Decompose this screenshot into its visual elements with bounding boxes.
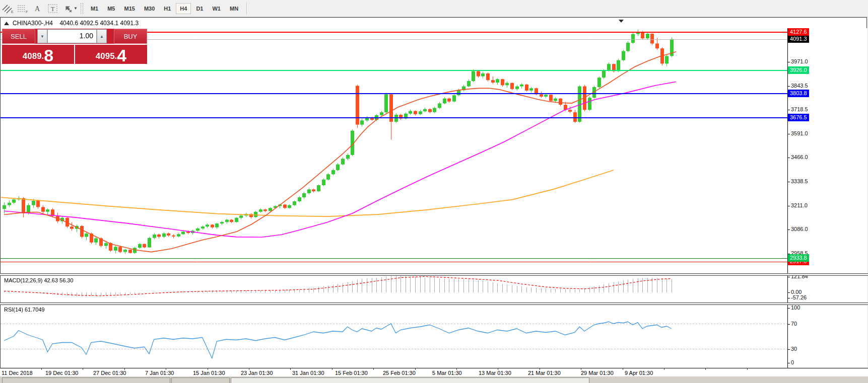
level-price-badge: 3803.8 <box>788 90 809 97</box>
current-price-badge: 4091.3 <box>788 35 809 43</box>
price-tick-label: 3843.5 <box>791 83 808 89</box>
buy-price-big-digit: 4 <box>117 48 126 63</box>
time-tick <box>705 368 706 370</box>
time-tick-label: 19 Dec 01:30 <box>45 370 78 376</box>
timeframe-h1[interactable]: H1 <box>160 3 175 14</box>
volume-increase-button[interactable]: ▲ <box>97 29 107 43</box>
rsi-axis-label: 100 <box>791 304 800 311</box>
time-tick-label: 21 Mar 01:30 <box>528 370 561 376</box>
time-axis: 11 Dec 201819 Dec 01:3027 Dec 01:307 Jan… <box>0 368 868 376</box>
time-tick-label: 9 Apr 01:30 <box>625 370 653 376</box>
svg-text:A: A <box>35 5 40 13</box>
time-tick-label: 31 Jan 01:30 <box>292 370 324 376</box>
time-tick <box>208 368 208 370</box>
time-tick <box>498 368 498 370</box>
time-tick <box>747 368 748 370</box>
panel-spacer <box>107 29 114 44</box>
time-tick-label: 11 Dec 2018 <box>2 370 33 376</box>
timeframe-w1[interactable]: W1 <box>208 3 225 14</box>
text-tool-icon[interactable]: A <box>30 2 45 15</box>
price-tick-label: 3466.0 <box>791 154 808 160</box>
trade-panel-top-row: SELL ▼ 1.00 ▲ BUY <box>2 29 147 44</box>
level-price-badge: 3926.0 <box>788 66 809 74</box>
time-tick-label: 29 Mar 01:30 <box>581 370 614 376</box>
time-tick <box>83 368 83 370</box>
timeframe-h4[interactable]: H4 <box>176 3 191 14</box>
timeframe-m1[interactable]: M1 <box>87 3 102 14</box>
sell-price-big-digit: 8 <box>44 48 53 63</box>
buy-price[interactable]: 4095.4 <box>75 45 147 64</box>
svg-text:T: T <box>51 6 55 13</box>
time-tick-label: 25 Feb 01:30 <box>383 370 416 376</box>
time-tick <box>664 368 664 370</box>
trendlines-tool-icon[interactable]: E <box>0 2 15 15</box>
rsi-label: RSI(14) 61.7049 <box>4 307 45 313</box>
one-click-trade-panel: SELL ▼ 1.00 ▲ BUY 4089.8 4095.4 <box>2 29 147 64</box>
sell-button[interactable]: SELL <box>2 29 35 44</box>
timeframe-m5[interactable]: M5 <box>103 3 119 14</box>
time-tick <box>373 368 374 370</box>
symbol-name: CHINA300-,H4 <box>13 20 53 27</box>
level-price-badge: 4127.6 <box>788 28 809 36</box>
bottom-tab-bar <box>0 376 868 383</box>
macd-axis-label: -57.26 <box>791 294 807 300</box>
timeframe-m15[interactable]: M15 <box>120 3 139 14</box>
price-tick-label: 3591.0 <box>791 130 808 136</box>
time-tick <box>332 368 332 370</box>
pane-divider[interactable] <box>0 302 868 305</box>
level-price-badge: 2933.8 <box>788 254 809 262</box>
volume-input[interactable]: 1.00 <box>47 29 97 43</box>
toolbar-grip[interactable] <box>81 3 83 14</box>
bottom-tab[interactable] <box>171 377 230 383</box>
time-tick <box>290 368 291 370</box>
buy-price-main: 4095. <box>96 50 117 63</box>
time-tick <box>166 368 166 370</box>
textbox-tool-icon[interactable]: T <box>45 2 60 15</box>
rsi-axis-label: 30 <box>791 346 797 352</box>
svg-text:F: F <box>26 10 28 14</box>
price-axis: 3971.03843.53718.53591.03466.03338.53211… <box>787 28 867 376</box>
svg-text:E: E <box>11 10 14 14</box>
time-tick-label: 23 Jan 01:30 <box>241 370 273 376</box>
time-tick-label: 5 Mar 01:30 <box>432 370 462 376</box>
trade-panel-price-row: 4089.8 4095.4 <box>2 45 147 64</box>
bottom-tab[interactable] <box>231 377 589 383</box>
ohlc-values: 4040.6 4092.5 4034.1 4091.3 <box>59 20 139 27</box>
time-tick <box>415 368 416 370</box>
rsi-axis-label: 70 <box>791 321 797 327</box>
time-tick <box>623 368 623 370</box>
price-tick-label: 3338.5 <box>791 178 808 184</box>
pane-divider[interactable] <box>0 273 868 276</box>
price-tick-label: 3211.0 <box>791 202 808 208</box>
chart-title: CHINA300-,H4 4040.6 4092.5 4034.1 4091.3 <box>4 20 139 27</box>
time-tick-label: 15 Jan 01:30 <box>193 370 225 376</box>
toolbar-separator <box>246 3 247 15</box>
time-tick-label: 13 Mar 01:30 <box>479 370 511 376</box>
buy-button[interactable]: BUY <box>114 29 147 44</box>
scroll-to-end-marker[interactable] <box>619 20 624 23</box>
timeframe-group: M1M5M15M30H1H4D1W1MN <box>86 3 243 14</box>
fibonacci-tool-icon[interactable]: F <box>15 2 30 15</box>
toolbar-tools: EFAT <box>0 2 76 15</box>
time-tick <box>581 368 581 370</box>
time-tick-label: 15 Feb 01:30 <box>335 370 368 376</box>
sell-price[interactable]: 4089.8 <box>2 45 74 64</box>
time-tick <box>41 368 42 370</box>
arrows-dropdown-icon[interactable]: ▼ <box>74 6 78 11</box>
level-price-badge: 3676.5 <box>788 114 809 121</box>
time-tick <box>456 368 457 370</box>
time-tick <box>124 368 125 370</box>
volume-decrease-button[interactable]: ▼ <box>37 29 47 43</box>
toolbar: EFAT ▼ M1M5M15M30H1H4D1W1MN <box>0 0 868 17</box>
rsi-axis-label: 0 <box>791 359 794 365</box>
timeframe-d1[interactable]: D1 <box>192 3 207 14</box>
macd-label: MACD(12,26,9) 42.63 56.30 <box>4 277 74 283</box>
symbol-marker-icon <box>4 22 9 25</box>
timeframe-m30[interactable]: M30 <box>140 3 159 14</box>
price-tick-label: 3718.5 <box>791 106 808 112</box>
price-tick-label: 3086.0 <box>791 226 808 232</box>
price-tick-label: 3971.0 <box>791 58 808 64</box>
timeframe-mn[interactable]: MN <box>226 3 242 14</box>
bottom-tab[interactable] <box>2 377 170 383</box>
time-tick-label: 27 Dec 01:30 <box>93 370 126 376</box>
